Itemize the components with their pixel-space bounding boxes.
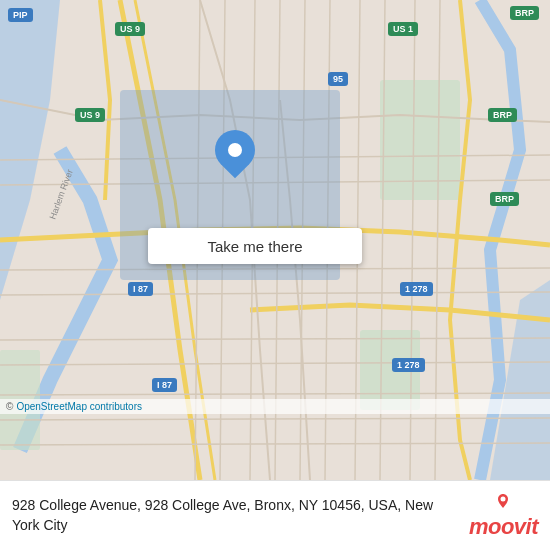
brp-top-badge: BRP: [510, 6, 539, 20]
i87-bot-badge: I 87: [152, 378, 177, 392]
us9-top-badge: US 9: [115, 22, 145, 36]
svg-point-24: [501, 496, 506, 501]
address-text: 928 College Avenue, 928 College Ave, Bro…: [12, 496, 457, 535]
pip-badge: PIP: [8, 8, 33, 22]
copyright-bar: © OpenStreetMap contributors: [0, 399, 550, 414]
i278-bot-badge: 1 278: [392, 358, 425, 372]
bottom-bar: 928 College Avenue, 928 College Ave, Bro…: [0, 480, 550, 550]
osm-link[interactable]: OpenStreetMap contributors: [16, 401, 142, 412]
copyright-symbol: ©: [6, 401, 13, 412]
moovit-logo[interactable]: moovit: [469, 492, 538, 540]
moovit-pin-icon: [493, 492, 513, 512]
map-container: Harlem River PIP US 9 US 1 BRP US 9 95 B…: [0, 0, 550, 480]
us9-mid-badge: US 9: [75, 108, 105, 122]
brp-mid-badge: BRP: [488, 108, 517, 122]
i87-top-badge: I 87: [128, 282, 153, 296]
brp-bot-badge: BRP: [490, 192, 519, 206]
i95-badge: 95: [328, 72, 348, 86]
location-pin: [215, 130, 255, 170]
i278-top-badge: 1 278: [400, 282, 433, 296]
us1-badge: US 1: [388, 22, 418, 36]
moovit-text: moovit: [469, 514, 538, 540]
take-me-there-button[interactable]: Take me there: [148, 228, 362, 264]
